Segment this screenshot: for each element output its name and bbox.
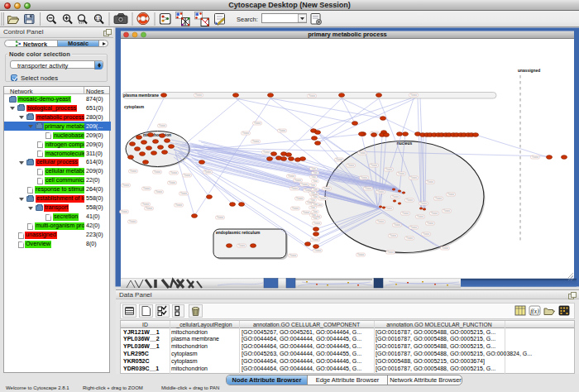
svg-text:Yxxxx: Yxxxx <box>184 174 191 177</box>
svg-text:Yxxxx: Yxxxx <box>398 172 405 175</box>
svg-text:Yxxxx: Yxxxx <box>319 197 327 200</box>
svg-text:Yxxx: Yxxx <box>310 198 315 202</box>
svg-text:Yxxxx: Yxxxx <box>435 197 443 200</box>
svg-text:Yxxxx: Yxxxx <box>156 190 163 194</box>
svg-text:plasma membrane: plasma membrane <box>123 93 159 98</box>
svg-text:Yxxxx: Yxxxx <box>365 187 372 190</box>
svg-text:Yxxxx: Yxxxx <box>377 190 385 194</box>
svg-text:Yxxx: Yxxx <box>313 179 318 183</box>
svg-text:Yxxxx: Yxxxx <box>385 168 393 171</box>
svg-text:Yxxxx: Yxxxx <box>154 170 161 174</box>
svg-text:Yxxxx: Yxxxx <box>359 151 366 155</box>
svg-text:Yxxxx: Yxxxx <box>423 232 430 236</box>
svg-text:Yxxxx: Yxxxx <box>406 237 414 240</box>
svg-text:cytoplasm: cytoplasm <box>124 105 145 109</box>
svg-text:Yxxxx: Yxxxx <box>122 184 130 187</box>
svg-text:Yxxxx: Yxxxx <box>442 246 449 250</box>
svg-text:Yxxxx: Yxxxx <box>361 176 368 179</box>
svg-text:Yxxxx: Yxxxx <box>238 244 246 247</box>
svg-text:Yxxxx: Yxxxx <box>130 170 137 173</box>
svg-text:Yxxxx: Yxxxx <box>146 207 153 210</box>
svg-text:Yxxxx: Yxxxx <box>410 93 418 97</box>
svg-text:Yxxxx: Yxxxx <box>387 251 395 254</box>
svg-text:Yxxxx: Yxxxx <box>195 93 203 97</box>
svg-text:Yxxxx: Yxxxx <box>279 129 286 132</box>
svg-text:Yxxxx: Yxxxx <box>394 223 401 227</box>
svg-text:Yxxxx: Yxxxx <box>431 212 438 215</box>
svg-text:Yxxxx: Yxxxx <box>170 171 178 174</box>
svg-text:Yxxxx: Yxxxx <box>290 254 297 257</box>
svg-text:Yxxxx: Yxxxx <box>402 212 409 215</box>
svg-text:Yxxxx: Yxxxx <box>313 222 321 225</box>
svg-text:Yxxxx: Yxxxx <box>296 197 304 200</box>
svg-text:Yxxxx: Yxxxx <box>447 193 455 196</box>
svg-text:Search:: Search: <box>237 16 258 23</box>
svg-text:1:1: 1:1 <box>95 17 101 21</box>
svg-text:Yxxx: Yxxx <box>310 206 315 209</box>
svg-text:Yxxxx: Yxxxx <box>406 198 414 202</box>
svg-text:Yxxxx: Yxxxx <box>204 170 212 174</box>
svg-text:Yxxxx: Yxxxx <box>169 181 176 184</box>
svg-text:Yxxxx: Yxxxx <box>159 124 166 127</box>
svg-text:Yxxxx: Yxxxx <box>217 216 224 219</box>
svg-text:Yxxx: Yxxx <box>313 188 318 191</box>
svg-text:mitochondrion: mitochondrion <box>143 133 171 137</box>
svg-text:Yxxxx: Yxxxx <box>443 209 451 213</box>
svg-text:Yxxxx: Yxxxx <box>357 253 365 256</box>
svg-text:Yxxxx: Yxxxx <box>291 187 299 190</box>
svg-text:Yxxx: Yxxx <box>313 195 318 198</box>
svg-text:Yxxxx: Yxxxx <box>309 94 316 98</box>
svg-text:Yxxxx: Yxxxx <box>385 207 393 210</box>
svg-text:Yxxx: Yxxx <box>313 203 318 206</box>
svg-text:Yxxxx: Yxxxx <box>532 155 539 159</box>
svg-text:Yxxxx: Yxxxx <box>377 220 385 223</box>
svg-text:f(x): f(x) <box>530 308 539 315</box>
svg-text:Yxxxx: Yxxxx <box>129 220 136 223</box>
svg-text:Yxxxx: Yxxxx <box>288 174 295 178</box>
svg-text:Yxxx: Yxxx <box>310 191 315 194</box>
svg-text:Yxxxx: Yxxxx <box>390 234 397 237</box>
svg-text:Yxxxx: Yxxxx <box>392 195 400 198</box>
svg-text:Yxxxx: Yxxxx <box>292 207 299 210</box>
svg-text:Yxxxx: Yxxxx <box>410 226 418 229</box>
svg-text:Yxxxx: Yxxxx <box>142 203 150 206</box>
svg-text:Yxxxx: Yxxxx <box>371 164 378 167</box>
svg-text:Yxxxx: Yxxxx <box>427 222 434 225</box>
svg-text:Yxxxx: Yxxxx <box>254 122 261 125</box>
svg-text:Yxxxx: Yxxxx <box>294 179 302 182</box>
svg-text:Yxxxx: Yxxxx <box>417 215 424 218</box>
svg-text:Yxxxx: Yxxxx <box>175 203 183 207</box>
svg-text:Yxxxx: Yxxxx <box>410 176 418 179</box>
svg-text:Yxxxx: Yxxxx <box>180 192 188 195</box>
svg-text:Yxxxx: Yxxxx <box>121 210 128 213</box>
svg-text:Yxxxx: Yxxxx <box>301 183 309 186</box>
svg-text:Yxxxx: Yxxxx <box>427 180 434 184</box>
svg-text:Yxxxx: Yxxxx <box>303 211 310 214</box>
svg-text:Yxxx: Yxxx <box>313 210 318 213</box>
svg-text:Yxxx: Yxxx <box>311 213 316 217</box>
svg-text:endoplasmic reticulum: endoplasmic reticulum <box>216 231 261 235</box>
svg-text:Yxxx: Yxxx <box>311 175 316 179</box>
svg-text:Yxxxx: Yxxxx <box>312 238 319 241</box>
svg-text:Yxxxx: Yxxxx <box>263 151 270 154</box>
svg-text:Yxxxx: Yxxxx <box>143 187 151 190</box>
svg-text:Yxxxx: Yxxxx <box>314 249 322 252</box>
svg-text:Yxxxx: Yxxxx <box>336 158 343 161</box>
svg-text:unassigned: unassigned <box>518 69 540 73</box>
svg-text:Yxxxx: Yxxxx <box>242 131 250 135</box>
svg-text:Yxxx: Yxxx <box>310 184 315 187</box>
svg-text:Yxxx: Yxxx <box>313 171 318 174</box>
svg-text:Yxxx: Yxxx <box>313 217 318 220</box>
svg-text:Yxxx: Yxxx <box>311 167 316 170</box>
svg-text:Yxxxx: Yxxxx <box>323 187 331 190</box>
svg-text:Yxxxx: Yxxxx <box>252 140 260 143</box>
svg-text:primary metabolic process: primary metabolic process <box>308 31 386 38</box>
svg-text:Yxxxx: Yxxxx <box>347 164 355 167</box>
svg-text:Yxxxx: Yxxxx <box>420 202 428 205</box>
